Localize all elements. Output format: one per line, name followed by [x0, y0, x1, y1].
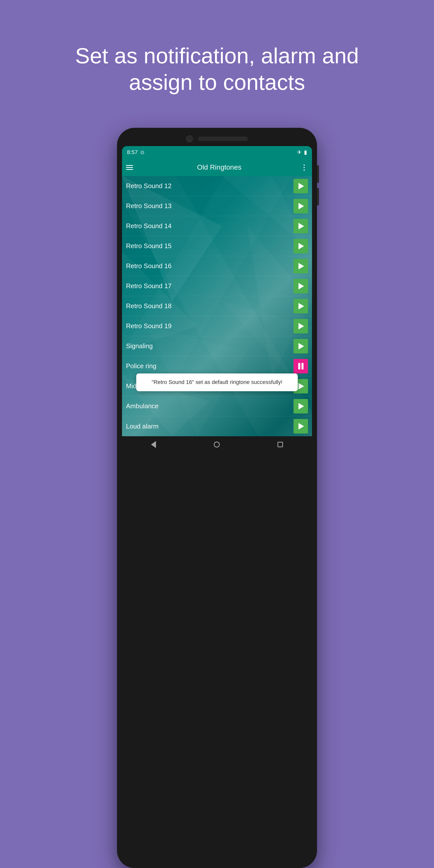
list-item[interactable]: Police ring — [122, 356, 312, 376]
list-item[interactable]: Retro Sound 19 — [122, 316, 312, 336]
list-item[interactable]: Ambulance — [122, 396, 312, 416]
status-time: 8:57 — [127, 149, 138, 156]
back-button[interactable] — [151, 441, 156, 448]
home-button[interactable] — [214, 441, 220, 447]
list-item[interactable]: Retro Sound 15 — [122, 236, 312, 256]
play-button[interactable] — [294, 339, 308, 353]
status-bar: 8:57 ⊙ ✈ ▮ — [122, 146, 312, 159]
list-item[interactable]: Retro Sound 12 — [122, 176, 312, 196]
play-icon — [299, 283, 304, 289]
recents-button[interactable] — [277, 442, 283, 447]
play-button[interactable] — [294, 239, 308, 253]
play-button[interactable] — [294, 319, 308, 334]
airplane-icon: ✈ — [297, 149, 301, 156]
play-icon — [299, 343, 304, 349]
play-icon — [299, 323, 304, 330]
toast-text: "Retro Sound 16" set as default ringtone… — [152, 379, 282, 385]
status-left: 8:57 ⊙ — [127, 149, 144, 156]
ringtone-name: Ambulance — [126, 402, 159, 410]
play-icon — [299, 303, 304, 309]
ringtone-name: Retro Sound 13 — [126, 202, 171, 210]
ringtone-name: Retro Sound 19 — [126, 322, 171, 330]
list-item[interactable]: Retro Sound 13 — [122, 196, 312, 216]
pause-button[interactable] — [294, 359, 308, 373]
play-button[interactable] — [294, 199, 308, 213]
hero-title: Set as notification, alarm and assign to… — [35, 23, 399, 110]
menu-button[interactable] — [126, 165, 133, 170]
back-icon — [151, 441, 156, 448]
play-icon — [299, 423, 304, 430]
phone-camera — [186, 135, 193, 142]
volume-down-button[interactable] — [317, 188, 319, 205]
hamburger-line-2 — [126, 167, 133, 168]
list-item[interactable]: Loud alarm — [122, 416, 312, 436]
list-item[interactable]: Retro Sound 14 — [122, 216, 312, 236]
play-button[interactable] — [294, 219, 308, 234]
ringtone-name: Retro Sound 16 — [126, 262, 171, 270]
home-icon — [214, 441, 220, 447]
ringtone-list: Retro Sound 12 Retro Sound 13 Retro Soun… — [122, 176, 312, 436]
ringtone-name: Loud alarm — [126, 423, 159, 430]
list-item[interactable]: Retro Sound 16 — [122, 256, 312, 276]
list-item[interactable]: Retro Sound 17 — [122, 276, 312, 296]
battery-icon: ▮ — [304, 149, 307, 156]
ringtone-name: Retro Sound 14 — [126, 222, 171, 230]
play-icon — [299, 183, 304, 189]
play-button[interactable] — [294, 419, 308, 434]
volume-up-button[interactable] — [317, 165, 319, 183]
pause-bar-left — [298, 363, 300, 369]
phone-speaker — [198, 136, 248, 141]
hero-section: Set as notification, alarm and assign to… — [0, 0, 434, 128]
list-item[interactable]: Signaling — [122, 336, 312, 356]
pause-bar-right — [301, 363, 303, 369]
play-button[interactable] — [294, 179, 308, 193]
play-button[interactable] — [294, 299, 308, 313]
ringtone-name: Retro Sound 17 — [126, 282, 171, 290]
dnd-icon: ⊙ — [140, 149, 144, 155]
play-button[interactable] — [294, 399, 308, 413]
ringtone-name: Retro Sound 12 — [126, 182, 171, 190]
hamburger-line-1 — [126, 165, 133, 166]
app-title: Old Ringtones — [138, 163, 300, 172]
status-right: ✈ ▮ — [297, 149, 307, 156]
play-icon — [299, 243, 304, 249]
play-button[interactable] — [294, 259, 308, 273]
ringtone-name: Retro Sound 15 — [126, 242, 171, 250]
play-icon — [299, 403, 304, 409]
ringtone-name: Police ring — [126, 362, 156, 370]
play-button[interactable] — [294, 279, 308, 293]
pause-icon — [298, 363, 303, 369]
more-options-button[interactable]: ⋮ — [300, 163, 308, 172]
phone-mockup: 8:57 ⊙ ✈ ▮ Old Ringtones ⋮ — [117, 128, 317, 868]
hamburger-line-3 — [126, 169, 133, 170]
play-icon — [299, 383, 304, 390]
app-bar: Old Ringtones ⋮ — [122, 159, 312, 176]
phone-screen: 8:57 ⊙ ✈ ▮ Old Ringtones ⋮ — [122, 146, 312, 453]
list-item[interactable]: Retro Sound 18 — [122, 296, 312, 316]
play-icon — [299, 203, 304, 209]
ringtone-name: Signaling — [126, 342, 153, 350]
play-icon — [299, 223, 304, 229]
play-icon — [299, 263, 304, 270]
ringtone-name: Retro Sound 18 — [126, 302, 171, 310]
navigation-bar — [122, 436, 312, 453]
toast-message: "Retro Sound 16" set as default ringtone… — [136, 373, 298, 391]
phone-top — [122, 135, 312, 142]
recents-icon — [277, 442, 283, 447]
